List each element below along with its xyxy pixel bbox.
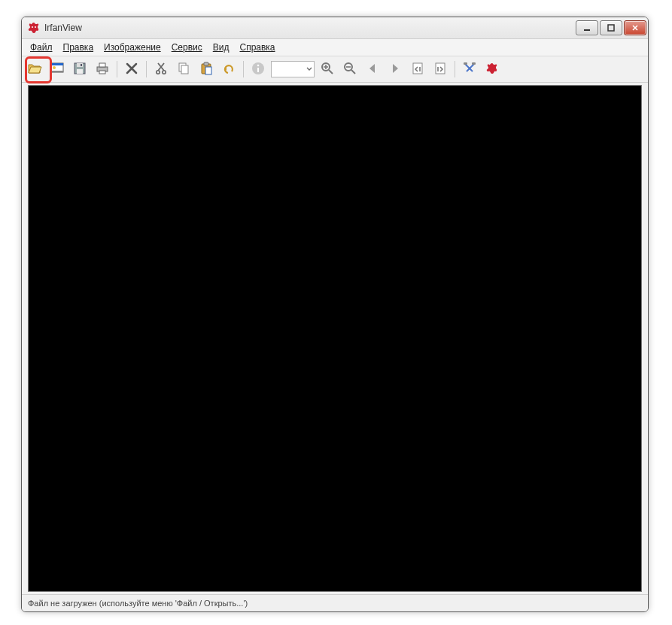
window-title: IrfanView <box>44 23 574 33</box>
last-page-button[interactable] <box>430 59 450 79</box>
copy-button[interactable] <box>174 59 193 79</box>
first-page-button[interactable] <box>408 59 427 79</box>
menubar: Файл Правка Изображение Сервис Вид Справ… <box>22 39 648 56</box>
paste-icon <box>199 61 214 78</box>
svg-rect-21 <box>205 67 211 74</box>
settings-icon <box>462 61 477 78</box>
svg-point-15 <box>157 70 160 73</box>
delete-button[interactable] <box>122 59 141 79</box>
zoom-out-button[interactable] <box>340 59 360 79</box>
zoom-combo[interactable] <box>271 61 315 77</box>
status-message: Файл не загружен (используйте меню 'Файл… <box>28 599 248 608</box>
undo-button[interactable] <box>219 59 239 79</box>
app-window: IrfanView Файл Правка Изображение Сервис… <box>21 17 649 612</box>
arrow-left-icon <box>365 61 380 78</box>
menu-image[interactable]: Изображение <box>99 41 166 54</box>
settings-button[interactable] <box>460 59 479 79</box>
open-button[interactable] <box>25 59 44 79</box>
svg-rect-27 <box>413 63 422 74</box>
svg-rect-14 <box>99 71 105 74</box>
zoom-in-icon <box>320 61 335 78</box>
print-button[interactable] <box>93 59 112 79</box>
save-icon <box>72 61 87 78</box>
svg-point-1 <box>35 26 36 28</box>
menu-view[interactable]: Вид <box>208 41 235 54</box>
menu-service[interactable]: Сервис <box>166 41 208 54</box>
toolbar-separator <box>117 61 117 77</box>
maximize-button[interactable] <box>600 20 622 35</box>
next-button[interactable] <box>385 59 405 79</box>
app-icon <box>28 22 40 34</box>
paste-button[interactable] <box>196 59 216 79</box>
info-icon <box>251 61 266 78</box>
toolbar-separator <box>243 61 244 77</box>
cut-icon <box>154 61 169 78</box>
print-icon <box>95 61 110 78</box>
svg-point-24 <box>257 64 260 66</box>
svg-rect-5 <box>51 63 63 65</box>
menu-help[interactable]: Справка <box>234 41 280 54</box>
svg-point-16 <box>163 70 166 73</box>
svg-point-7 <box>53 66 56 69</box>
arrow-right-icon <box>388 61 403 78</box>
delete-icon <box>124 61 139 78</box>
toolbar <box>22 56 648 83</box>
menu-edit[interactable]: Правка <box>58 41 99 54</box>
slideshow-icon <box>50 61 65 78</box>
menu-file[interactable]: Файл <box>25 41 58 54</box>
svg-rect-10 <box>77 69 83 74</box>
toolbar-separator <box>455 61 455 77</box>
svg-rect-2 <box>584 29 590 31</box>
svg-rect-30 <box>472 62 476 65</box>
last-page-icon <box>433 61 448 78</box>
svg-rect-13 <box>99 63 105 67</box>
save-button[interactable] <box>70 59 90 79</box>
chevron-down-icon <box>306 65 312 74</box>
cut-button[interactable] <box>151 59 171 79</box>
svg-rect-20 <box>204 62 208 65</box>
open-folder-icon <box>27 61 42 78</box>
undo-icon <box>221 61 236 78</box>
slideshow-button[interactable] <box>47 59 67 79</box>
window-controls <box>574 20 646 35</box>
minimize-button[interactable] <box>576 20 598 35</box>
close-button[interactable] <box>624 20 646 35</box>
svg-rect-3 <box>608 25 614 31</box>
svg-rect-29 <box>464 62 467 65</box>
about-button[interactable] <box>482 59 502 79</box>
cat-icon <box>485 61 500 78</box>
zoom-in-button[interactable] <box>318 59 337 79</box>
copy-icon <box>176 61 191 78</box>
zoom-out-icon <box>342 61 357 78</box>
titlebar: IrfanView <box>22 17 648 39</box>
info-button[interactable] <box>248 59 268 79</box>
svg-point-0 <box>32 26 33 28</box>
toolbar-separator <box>146 61 147 77</box>
svg-rect-6 <box>51 71 63 72</box>
svg-rect-18 <box>181 65 188 74</box>
svg-rect-11 <box>81 64 82 66</box>
first-page-icon <box>410 61 425 78</box>
image-viewport[interactable] <box>28 85 642 592</box>
svg-rect-23 <box>257 68 259 72</box>
statusbar: Файл не загружен (используйте меню 'Файл… <box>22 594 648 611</box>
svg-rect-28 <box>436 63 445 74</box>
prev-button[interactable] <box>363 59 382 79</box>
